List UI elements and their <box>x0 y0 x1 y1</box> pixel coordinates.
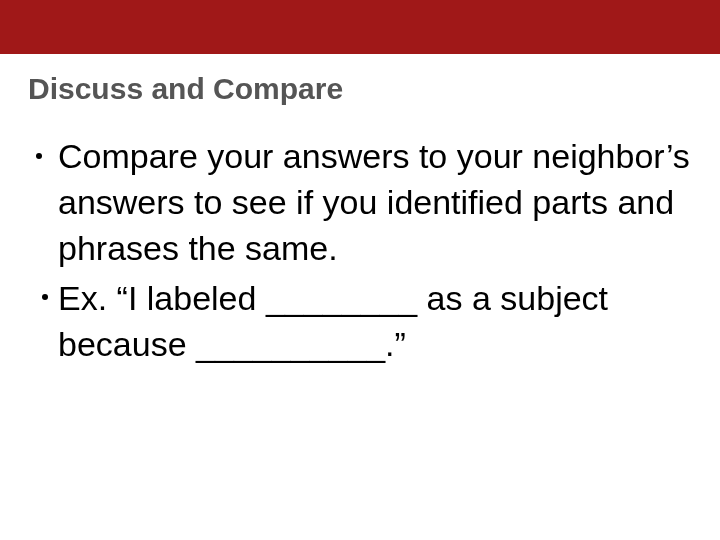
bullet-text: Compare your answers to your neighbor’s … <box>58 137 690 267</box>
slide-content: Discuss and Compare Compare your answers… <box>0 54 720 367</box>
slide-title: Discuss and Compare <box>28 72 692 106</box>
header-banner <box>0 0 720 54</box>
bullet-icon <box>36 153 42 159</box>
list-item: Ex. “I labeled ________ as a subject bec… <box>28 276 692 368</box>
bullet-icon <box>42 294 48 300</box>
list-item: Compare your answers to your neighbor’s … <box>28 134 692 272</box>
bullet-list: Compare your answers to your neighbor’s … <box>28 134 692 367</box>
bullet-text: Ex. “I labeled ________ as a subject bec… <box>58 279 608 363</box>
